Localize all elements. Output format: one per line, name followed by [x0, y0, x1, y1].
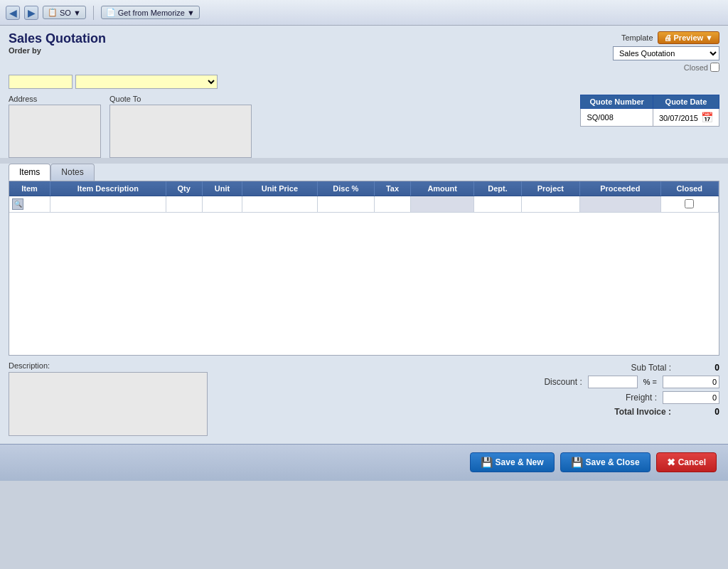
order-by-dropdown[interactable]	[75, 75, 218, 89]
col-item-desc: Item Description	[50, 181, 166, 196]
get-memorize-label: Get from Memorize	[118, 9, 185, 17]
total-invoice-row: Total Invoice : 0	[600, 407, 719, 417]
col-tax: Tax	[375, 181, 411, 196]
quote-date-header: Quote Date	[653, 95, 719, 109]
quote-number-header: Quote Number	[581, 95, 653, 109]
sub-total-row: Sub Total : 0	[600, 363, 719, 373]
sub-total-value: 0	[677, 363, 719, 373]
cell-dept[interactable]	[474, 196, 521, 213]
closed-area: Closed	[684, 63, 719, 72]
description-area: Description:	[9, 361, 222, 438]
col-qty: Qty	[166, 181, 202, 196]
empty-rows	[9, 213, 719, 355]
cell-closed[interactable]	[660, 196, 718, 213]
memorize-icon: 📄	[106, 8, 116, 17]
template-select[interactable]: Sales Quotation	[613, 46, 719, 60]
tab-bar: Items Notes	[9, 164, 719, 181]
so-dropdown-icon: ▼	[73, 9, 81, 17]
save-close-button[interactable]: 💾 Save & Close	[560, 452, 651, 472]
total-invoice-label: Total Invoice :	[600, 407, 671, 417]
discount-pct-input[interactable]	[588, 376, 638, 388]
page-header: Sales Quotation Order by Template 🖨 Prev…	[9, 31, 719, 72]
toolbar-separator	[93, 6, 94, 20]
so-icon: 📋	[48, 8, 58, 17]
cell-project[interactable]	[521, 196, 579, 213]
save-new-button[interactable]: 💾 Save & New	[470, 452, 555, 472]
closed-label: Closed	[684, 63, 708, 72]
closed-checkbox[interactable]	[710, 63, 719, 72]
cell-item[interactable]: 🔍	[9, 196, 50, 213]
so-button[interactable]: 📋 SO ▼	[43, 6, 86, 19]
memorize-dropdown-icon: ▼	[187, 9, 195, 17]
col-dept: Dept.	[474, 181, 521, 196]
items-grid-wrapper: Item Item Description Qty Unit Unit Pric…	[0, 181, 728, 356]
quote-info-area: Quote Number Quote Date SQ/008 30/07/201…	[580, 95, 719, 158]
discount-label: Discount :	[511, 377, 582, 387]
quote-number-value: SQ/008	[581, 109, 653, 127]
save-close-icon: 💾	[571, 457, 583, 468]
get-memorize-button[interactable]: 📄 Get from Memorize ▼	[101, 6, 200, 19]
total-invoice-value: 0	[677, 407, 719, 417]
cancel-label: Cancel	[678, 457, 706, 467]
nav-back-button[interactable]: ◀	[6, 6, 20, 20]
order-by-row	[9, 75, 719, 89]
discount-value: 0	[663, 376, 719, 388]
col-closed: Closed	[660, 181, 718, 196]
address-label: Address	[9, 95, 101, 103]
cell-item-desc[interactable]	[50, 196, 166, 213]
so-label: SO	[60, 9, 71, 17]
cancel-button[interactable]: ✖ Cancel	[656, 452, 717, 472]
order-by-label: Order by	[9, 46, 106, 55]
closed-row-checkbox[interactable]	[685, 199, 694, 208]
order-by-input[interactable]	[9, 75, 73, 89]
cell-qty[interactable]	[166, 196, 202, 213]
freight-label: Freight :	[586, 393, 657, 403]
preview-label: Preview	[674, 33, 704, 42]
quote-date-cell: 30/07/2015 📅	[653, 109, 719, 127]
tab-notes[interactable]: Notes	[50, 164, 94, 181]
save-new-label: Save & New	[496, 457, 544, 467]
items-grid-container: Item Item Description Qty Unit Unit Pric…	[9, 181, 719, 356]
cell-proceeded	[580, 196, 660, 213]
main-content: Sales Quotation Order by Template 🖨 Prev…	[0, 26, 728, 158]
quote-date-value: 30/07/2015	[659, 114, 698, 122]
page-title: Sales Quotation	[9, 31, 106, 46]
quote-to-block: Quote To	[109, 95, 252, 158]
address-block: Address	[9, 95, 101, 158]
description-label: Description:	[9, 361, 222, 370]
save-new-icon: 💾	[481, 457, 493, 468]
items-table: Item Item Description Qty Unit Unit Pric…	[9, 181, 719, 355]
address-box[interactable]	[9, 105, 101, 158]
pct-sign: % =	[643, 378, 657, 386]
description-textarea[interactable]	[9, 372, 208, 436]
calendar-icon[interactable]: 📅	[700, 111, 713, 124]
tab-items[interactable]: Items	[9, 164, 50, 181]
preview-icon: 🖨	[664, 33, 672, 42]
toolbar: ◀ ▶ 📋 SO ▼ 📄 Get from Memorize ▼	[0, 0, 728, 26]
freight-value: 0	[663, 391, 719, 404]
col-project: Project	[521, 181, 579, 196]
col-disc: Disc %	[317, 181, 374, 196]
address-section: Address Quote To Quote Number Quote Date…	[9, 95, 719, 158]
col-unit: Unit	[202, 181, 242, 196]
table-row: 🔍	[9, 196, 719, 213]
template-select-row: Sales Quotation	[613, 46, 719, 60]
footer-bar: 💾 Save & New 💾 Save & Close ✖ Cancel	[0, 444, 728, 481]
sub-total-label: Sub Total :	[600, 363, 671, 373]
save-close-label: Save & Close	[586, 457, 640, 467]
col-proceeded: Proceeded	[580, 181, 660, 196]
items-header-row: Item Item Description Qty Unit Unit Pric…	[9, 181, 719, 196]
freight-row: Freight : 0	[586, 391, 719, 404]
quote-info-table: Quote Number Quote Date SQ/008 30/07/201…	[580, 95, 719, 127]
cell-unit-price[interactable]	[242, 196, 317, 213]
cell-disc[interactable]	[317, 196, 374, 213]
item-picker-icon[interactable]: 🔍	[12, 198, 23, 210]
preview-button[interactable]: 🖨 Preview ▼	[658, 31, 719, 44]
quote-to-box[interactable]	[109, 105, 252, 158]
nav-fwd-button[interactable]: ▶	[24, 6, 38, 20]
col-unit-price: Unit Price	[242, 181, 317, 196]
cell-unit[interactable]	[202, 196, 242, 213]
discount-row: Discount : % = 0	[511, 376, 719, 388]
cell-tax[interactable]	[375, 196, 411, 213]
cell-amount[interactable]	[411, 196, 474, 213]
